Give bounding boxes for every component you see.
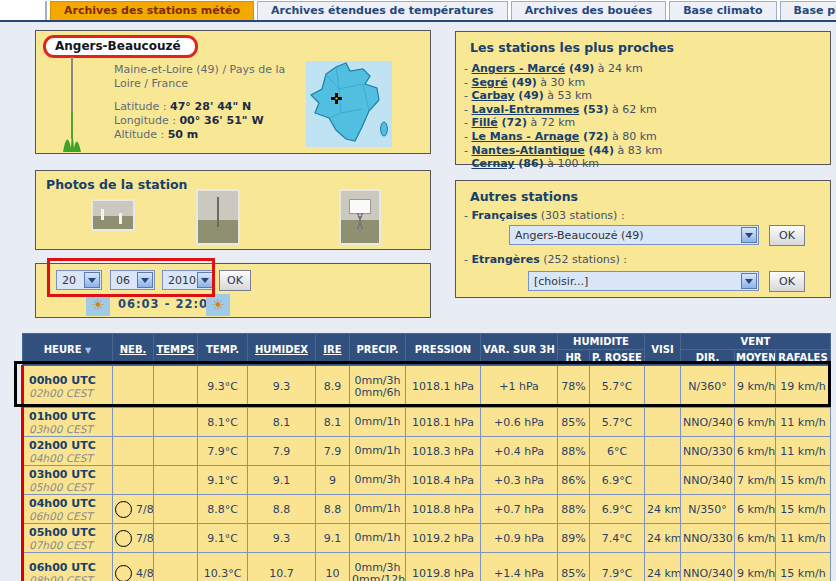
chevron-down-icon[interactable] xyxy=(197,272,213,288)
cell-precip: 0mm/3h0mm/6h xyxy=(350,366,406,408)
nearest-station-item: - Nantes-Atlantique (44) à 83 km xyxy=(464,144,662,158)
sunset-icon: ☀ xyxy=(206,294,230,316)
table-row: 01h00 UTC03h00 CEST8.1°C8.18.10mm/1h1018… xyxy=(23,408,831,437)
station-longitude: Longitude : 00° 36' 51" W xyxy=(114,114,304,128)
chevron-down-icon[interactable] xyxy=(137,272,153,288)
cell-precip: 0mm/1h xyxy=(350,524,406,553)
other-stations-title: Autres stations xyxy=(470,189,578,204)
nearest-station-item: - Segré (49) à 30 km xyxy=(464,76,662,90)
station-panel: Angers-Beaucouzé Maine-et-Loire (49) / P… xyxy=(35,30,431,154)
cell-heure: 05h00 UTC07h00 CEST xyxy=(23,524,113,553)
chevron-down-icon[interactable] xyxy=(741,227,757,243)
photos-title: Photos de la station xyxy=(46,177,187,192)
tab-1[interactable]: Archives des stations météo xyxy=(50,1,254,20)
other-stations-panel: Autres stations - Françaises (303 statio… xyxy=(455,180,831,298)
cell-heure: 04h00 UTC06h00 CEST xyxy=(23,495,113,524)
nearest-station-link[interactable]: Le Mans - Arnage xyxy=(471,130,579,143)
weather-table-body: 00h00 UTC02h00 CEST9.3°C9.38.90mm/3h0mm/… xyxy=(23,366,831,581)
nearest-stations-panel: Les stations les plus proches - Angers -… xyxy=(455,31,831,165)
tab-3[interactable]: Archives des bouées xyxy=(511,1,667,20)
col-humidite: HUMIDITE xyxy=(558,334,645,350)
col-rafales[interactable]: RAFALES xyxy=(776,350,831,366)
weather-table: HEURE ▼ NEB. TEMPS TEMP. HUMIDEX IRE PRE… xyxy=(21,333,831,581)
col-hr: HR xyxy=(558,350,590,366)
col-heure[interactable]: HEURE ▼ xyxy=(23,334,113,366)
cell-neb xyxy=(113,466,154,495)
french-station-ok-button[interactable]: OK xyxy=(769,225,805,246)
nearest-stations-title: Les stations les plus proches xyxy=(470,40,674,55)
station-info: Maine-et-Loire (49) / Pays de la Loire /… xyxy=(114,63,304,142)
tab-4[interactable]: Base climato xyxy=(669,1,776,20)
tabs: Archives des stations météoArchives éten… xyxy=(50,1,836,20)
cell-neb: 4/8 xyxy=(113,553,154,581)
table-row: 05h00 UTC07h00 CEST7/89.1°C9.39.10mm/1h1… xyxy=(23,524,831,553)
sun-times: 06:03 - 22:05 xyxy=(118,297,217,311)
chevron-down-icon[interactable] xyxy=(741,273,757,289)
nearest-station-link[interactable]: Fillé xyxy=(471,116,497,129)
table-row: 06h00 UTC08h00 CEST4/810.3°C10.7100mm/3h… xyxy=(23,553,831,581)
cell-precip: 0mm/3h0mm/12h xyxy=(350,553,406,581)
station-region: Maine-et-Loire (49) / Pays de la Loire /… xyxy=(114,63,304,91)
cell-neb xyxy=(113,408,154,437)
station-marker-icon xyxy=(62,57,82,157)
nearest-station-link[interactable]: Carbay xyxy=(471,89,514,102)
col-pression: PRESSION xyxy=(406,334,481,366)
nearest-station-item: - Carbay (49) à 53 km xyxy=(464,89,662,103)
col-temps[interactable]: TEMPS xyxy=(154,334,198,366)
table-row: 02h00 UTC04h00 CEST7.9°C7.97.90mm/1h1018… xyxy=(23,437,831,466)
date-ok-button[interactable]: OK xyxy=(219,270,251,291)
station-photo-2[interactable] xyxy=(196,189,240,245)
year-select[interactable]: 2010 xyxy=(162,270,215,290)
foreign-station-ok-button[interactable]: OK xyxy=(769,271,805,292)
cell-neb: 7/8 xyxy=(113,495,154,524)
cell-neb xyxy=(113,437,154,466)
cell-precip: 0mm/3h xyxy=(350,466,406,495)
french-station-select[interactable]: Angers-Beaucouzé (49) xyxy=(509,225,759,245)
nearest-stations-list: - Angers - Marcé (49) à 24 km- Segré (49… xyxy=(464,62,662,171)
tab-5[interactable]: Base pluvio xyxy=(780,1,836,20)
nearest-station-link[interactable]: Angers - Marcé xyxy=(471,62,565,75)
date-panel: 20 06 2010 OK ☀ 06:03 - 22:05 ☀ xyxy=(35,263,431,318)
table-row: 04h00 UTC06h00 CEST7/88.8°C8.88.80mm/1h1… xyxy=(23,495,831,524)
chevron-down-icon[interactable] xyxy=(84,272,100,288)
col-moyen: MOYEN xyxy=(735,350,776,366)
col-humidex[interactable]: HUMIDEX xyxy=(248,334,316,366)
sunrise-icon: ☀ xyxy=(86,294,110,316)
cell-precip: 0mm/1h xyxy=(350,437,406,466)
cell-precip: 0mm/1h xyxy=(350,495,406,524)
col-ire[interactable]: IRE xyxy=(316,334,350,366)
cell-heure: 02h00 UTC04h00 CEST xyxy=(23,437,113,466)
cell-heure: 03h00 UTC05h00 CEST xyxy=(23,466,113,495)
sort-desc-icon: ▼ xyxy=(85,346,91,355)
nearest-station-item: - Angers - Marcé (49) à 24 km xyxy=(464,62,662,76)
photos-panel: Photos de la station xyxy=(35,170,431,250)
day-select[interactable]: 20 xyxy=(56,270,102,290)
french-stations-label: - Françaises (303 stations) : xyxy=(464,209,625,222)
cell-precip: 0mm/1h xyxy=(350,408,406,437)
cell-heure: 00h00 UTC02h00 CEST xyxy=(23,366,113,408)
month-select[interactable]: 06 xyxy=(110,270,155,290)
nearest-station-item: - Cernay (86) à 100 km xyxy=(464,157,662,171)
station-photo-3[interactable] xyxy=(339,189,381,245)
nearest-station-link[interactable]: Laval-Entrammes xyxy=(471,103,579,116)
france-map xyxy=(306,61,392,147)
nearest-station-item: - Laval-Entrammes (53) à 62 km xyxy=(464,103,662,117)
tab-bar: Archives des stations météoArchives éten… xyxy=(0,0,836,22)
station-latitude: Latitude : 47° 28' 44" N xyxy=(114,100,304,114)
nearest-station-item: - Le Mans - Arnage (72) à 80 km xyxy=(464,130,662,144)
nearest-station-link[interactable]: Nantes-Atlantique xyxy=(471,144,584,157)
tab-2[interactable]: Archives étendues de températures xyxy=(257,1,508,20)
cloud-okta-icon xyxy=(115,565,132,581)
station-photo-1[interactable] xyxy=(91,199,135,231)
table-row: 03h00 UTC05h00 CEST9.1°C9.190mm/3h1018.4… xyxy=(23,466,831,495)
nearest-station-link[interactable]: Segré xyxy=(471,76,507,89)
col-neb[interactable]: NEB. xyxy=(113,334,154,366)
col-var3h: VAR. SUR 3H xyxy=(481,334,558,366)
cloud-okta-icon xyxy=(115,501,132,518)
table-row: 00h00 UTC02h00 CEST9.3°C9.38.90mm/3h0mm/… xyxy=(23,366,831,408)
col-precip: PRECIP. xyxy=(350,334,406,366)
tab-stub xyxy=(45,1,47,20)
nearest-station-link[interactable]: Cernay xyxy=(471,157,514,170)
col-visi: VISI xyxy=(645,334,681,366)
foreign-station-select[interactable]: [choisir...] xyxy=(528,271,759,291)
